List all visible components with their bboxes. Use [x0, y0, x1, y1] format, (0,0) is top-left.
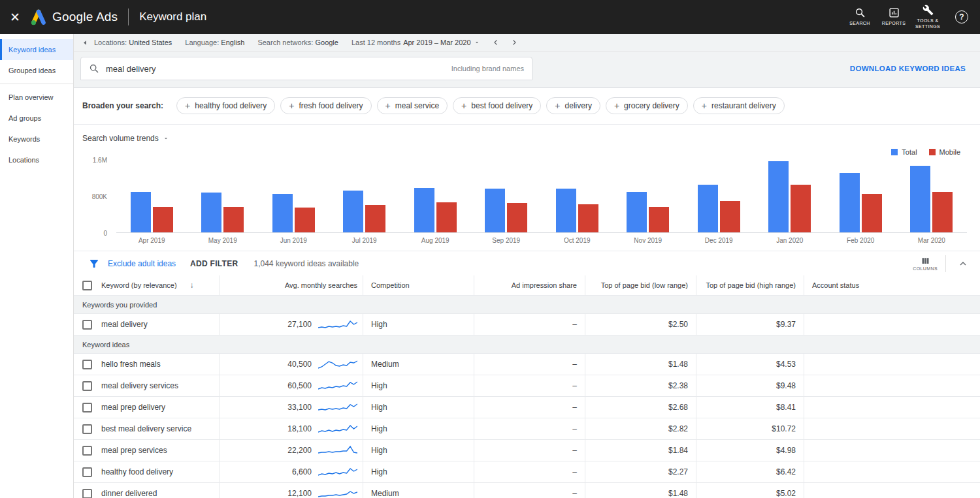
competition-cell: High	[363, 440, 474, 461]
filter-toolbar: Exclude adult ideas ADD FILTER 1,044 key…	[74, 251, 980, 275]
y-tick: 800K	[92, 193, 107, 200]
keyword-header-cell[interactable]: Keyword (by relevance) ↓	[74, 275, 219, 295]
row-checkbox[interactable]	[82, 320, 92, 330]
row-checkbox[interactable]	[82, 360, 92, 369]
legend-label: Total	[902, 148, 917, 156]
x-axis-label: Oct 2019	[542, 237, 613, 244]
total-bar	[910, 166, 930, 232]
plan-settings-bar: Locations: United States Language: Engli…	[74, 34, 980, 52]
sidebar-item-ad-groups[interactable]: Ad groups	[0, 108, 73, 129]
impression-share-cell: –	[474, 440, 585, 461]
table-row[interactable]: meal delivery27,100High–$2.50$9.37	[74, 314, 980, 335]
account-status-header-cell[interactable]: Account status	[804, 275, 980, 295]
filter-funnel-icon	[88, 258, 100, 270]
bar-group	[896, 166, 968, 232]
broaden-chip[interactable]: +meal service	[377, 97, 448, 114]
chevron-down-icon	[474, 39, 480, 46]
plus-icon: +	[385, 101, 391, 110]
y-tick: 0	[103, 230, 107, 237]
chevron-down-icon	[163, 135, 169, 142]
keyword-label: meal prep delivery	[101, 403, 165, 412]
broaden-chip[interactable]: +grocery delivery	[606, 97, 688, 114]
broaden-chip[interactable]: +best food delivery	[453, 97, 541, 114]
sidebar-item-locations[interactable]: Locations	[0, 149, 73, 170]
account-status-cell	[804, 375, 980, 396]
date-prev-button[interactable]	[487, 38, 505, 47]
back-button[interactable]	[76, 39, 94, 46]
locations-setting[interactable]: Locations: United States	[94, 39, 172, 46]
close-icon[interactable]: ✕	[0, 10, 30, 25]
row-checkbox[interactable]	[82, 467, 92, 477]
date-next-button[interactable]	[505, 38, 523, 47]
total-bar	[627, 192, 647, 232]
table-row[interactable]: hello fresh meals40,500Medium–$1.48$4.53	[74, 354, 980, 375]
table-row[interactable]: meal prep services22,200High–$1.84$4.98	[74, 440, 980, 461]
bid-high-cell: $4.53	[696, 354, 804, 375]
broaden-label: Broaden your search:	[82, 101, 163, 110]
table-header-row: Keyword (by relevance) ↓ Avg. monthly se…	[74, 275, 980, 296]
locations-value: United States	[129, 39, 172, 46]
avg-searches-cell: 18,100	[219, 418, 363, 439]
keyword-cell: best meal delivery service	[74, 418, 219, 439]
date-range-label: Last 12 months	[351, 39, 400, 46]
networks-label: Search networks:	[257, 39, 313, 46]
nav-tools-button[interactable]: TOOLS & SETTINGS	[911, 5, 945, 30]
language-setting[interactable]: Language: English	[185, 39, 244, 46]
row-checkbox[interactable]	[82, 446, 92, 456]
chart-type-dropdown[interactable]: Search volume trends	[82, 134, 169, 143]
sidebar-item-grouped-ideas[interactable]: Grouped ideas	[0, 60, 73, 81]
row-checkbox[interactable]	[82, 381, 92, 391]
nav-search-button[interactable]: SEARCH	[843, 7, 877, 26]
nav-reports-button[interactable]: REPORTS	[877, 7, 911, 26]
sidebar-item-plan-overview[interactable]: Plan overview	[0, 87, 73, 108]
competition-header-cell[interactable]: Competition	[363, 275, 474, 295]
keyword-cell: meal prep services	[74, 440, 219, 461]
row-checkbox[interactable]	[82, 489, 92, 498]
row-checkbox[interactable]	[82, 424, 92, 434]
exclude-adult-ideas-filter[interactable]: Exclude adult ideas	[108, 259, 176, 268]
table-row[interactable]: best meal delivery service18,100High–$2.…	[74, 418, 980, 440]
trend-sparkline	[318, 422, 357, 435]
broaden-chip[interactable]: +restaurant delivery	[693, 97, 785, 114]
app-name: Google Ads	[52, 10, 118, 24]
impression-share-cell: –	[474, 397, 585, 418]
avg-searches-cell: 22,200	[219, 440, 363, 461]
broaden-chip[interactable]: +fresh food delivery	[280, 97, 371, 114]
keyword-search-input[interactable]: meal delivery Including brand names	[80, 57, 532, 80]
table-row[interactable]: dinner delivered12,100Medium–$1.48$5.02	[74, 483, 980, 498]
table-row[interactable]: meal prep delivery33,100High–$2.68$8.41	[74, 397, 980, 418]
bid-high-cell: $6.42	[696, 461, 804, 482]
chart-legend: TotalMobile	[891, 148, 960, 156]
columns-button[interactable]: COLUMNS	[913, 256, 938, 271]
avg-searches-value: 18,100	[287, 424, 312, 433]
table-section-header: Keyword ideas	[74, 335, 980, 354]
bid-low-header-cell[interactable]: Top of page bid (low range)	[585, 275, 696, 295]
broaden-chip[interactable]: +delivery	[546, 97, 600, 114]
bar-group	[116, 192, 188, 232]
table-row[interactable]: meal delivery services60,500High–$2.38$9…	[74, 375, 980, 397]
networks-setting[interactable]: Search networks: Google	[257, 39, 338, 46]
row-checkbox[interactable]	[82, 403, 92, 412]
impression-share-header-cell[interactable]: Ad impression share	[474, 275, 585, 295]
language-label: Language:	[185, 39, 219, 46]
x-axis-label: Jul 2019	[329, 237, 400, 244]
date-range-selector[interactable]: Last 12 months Apr 2019 – Mar 2020	[351, 39, 480, 46]
broaden-chip[interactable]: +healthy food delivery	[176, 97, 275, 114]
broaden-chip-label: best food delivery	[471, 101, 532, 110]
mobile-bar	[365, 205, 385, 232]
select-all-checkbox[interactable]	[82, 281, 92, 290]
add-filter-button[interactable]: ADD FILTER	[190, 259, 238, 268]
sidebar-item-keywords[interactable]: Keywords	[0, 129, 73, 149]
nav-tools-label: TOOLS & SETTINGS	[913, 18, 943, 30]
bid-high-header-cell[interactable]: Top of page bid (high range)	[696, 275, 804, 295]
table-row[interactable]: healthy food delivery6,600High–$2.27$6.4…	[74, 461, 980, 483]
collapse-table-button[interactable]	[954, 258, 972, 269]
google-ads-logo: Google Ads	[30, 8, 118, 25]
impression-share-cell: –	[474, 354, 585, 375]
help-button[interactable]: ?	[955, 10, 968, 23]
avg-searches-header-cell[interactable]: Avg. monthly searches	[219, 275, 363, 295]
download-keyword-ideas-link[interactable]: DOWNLOAD KEYWORD IDEAS	[850, 65, 966, 72]
avg-searches-cell: 6,600	[219, 461, 363, 482]
trend-sparkline	[318, 379, 357, 392]
sidebar-item-keyword-ideas[interactable]: Keyword ideas	[0, 39, 73, 60]
